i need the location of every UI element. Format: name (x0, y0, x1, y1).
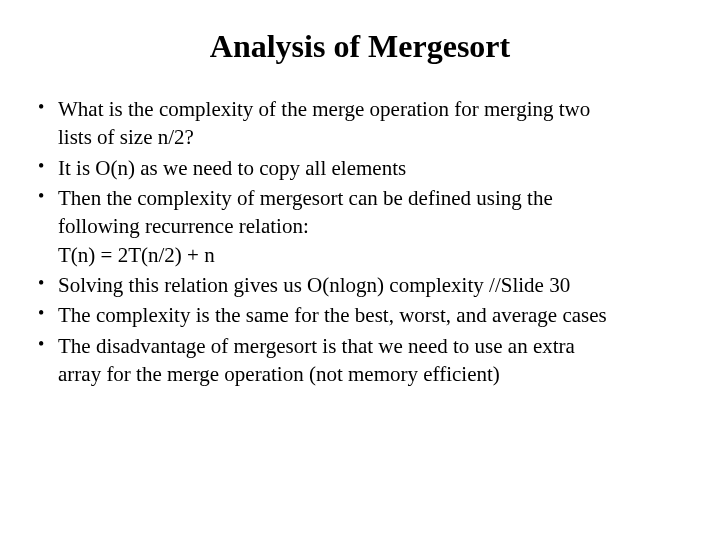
bullet-text: The disadvantage of mergesort is that we… (58, 332, 690, 360)
bullet-text: following recurrence relation: (58, 212, 690, 240)
list-item: Solving this relation gives us O(nlogn) … (58, 271, 690, 299)
bullet-text: Then the complexity of mergesort can be … (58, 184, 690, 212)
bullet-text: T(n) = 2T(n/2) + n (58, 241, 690, 269)
bullet-text: Solving this relation gives us O(nlogn) … (58, 273, 570, 297)
bullet-text: It is O(n) as we need to copy all elemen… (58, 156, 406, 180)
list-item: The disadvantage of mergesort is that we… (58, 332, 690, 389)
bullet-text: What is the complexity of the merge oper… (58, 95, 690, 123)
bullet-list: What is the complexity of the merge oper… (30, 95, 690, 388)
list-item: Then the complexity of mergesort can be … (58, 184, 690, 269)
bullet-text: lists of size n/2? (58, 123, 690, 151)
slide-title: Analysis of Mergesort (30, 28, 690, 65)
list-item: What is the complexity of the merge oper… (58, 95, 690, 152)
list-item: The complexity is the same for the best,… (58, 301, 690, 329)
list-item: It is O(n) as we need to copy all elemen… (58, 154, 690, 182)
bullet-text: array for the merge operation (not memor… (58, 360, 690, 388)
bullet-text: The complexity is the same for the best,… (58, 303, 607, 327)
